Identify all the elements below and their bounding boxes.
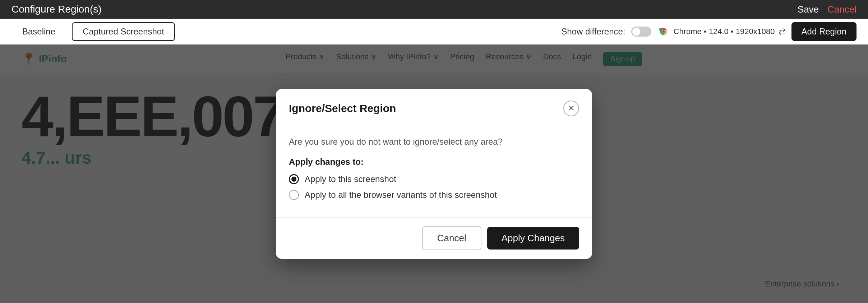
cancel-button[interactable]: Cancel [827, 4, 857, 15]
top-bar: Configure Region(s) Save Cancel [0, 0, 868, 19]
top-bar-actions: Save Cancel [798, 4, 857, 15]
radio-option-all-variants[interactable]: Apply to all the browser variants of thi… [289, 190, 579, 200]
radio-this-screenshot[interactable] [289, 174, 299, 184]
ignore-select-region-modal: Ignore/Select Region ✕ Are you sure you … [276, 89, 592, 259]
page-title: Configure Region(s) [11, 4, 102, 15]
modal-header: Ignore/Select Region ✕ [276, 89, 592, 125]
modal-close-button[interactable]: ✕ [563, 101, 579, 116]
content-area: 📍 IPinfo Products ∨ Solutions ∨ Why IPin… [0, 45, 868, 303]
tab-bar: Baseline Captured Screenshot Show differ… [0, 19, 868, 45]
save-button[interactable]: Save [798, 4, 819, 15]
browser-name: Chrome • 124.0 • 1920x1080 [674, 27, 775, 36]
modal-wrapper: Ignore/Select Region ✕ Are you sure you … [0, 45, 868, 303]
show-diff-label: Show difference: [561, 27, 625, 37]
captured-screenshot-tab[interactable]: Captured Screenshot [72, 22, 175, 41]
modal-cancel-button[interactable]: Cancel [422, 226, 481, 250]
radio-label-all-variants: Apply to all the browser variants of thi… [305, 190, 497, 200]
swap-icon[interactable]: ⇄ [779, 27, 786, 37]
chrome-icon [657, 25, 670, 38]
svg-point-2 [662, 31, 665, 33]
show-difference-toggle[interactable] [631, 27, 651, 37]
browser-info: Chrome • 124.0 • 1920x1080 ⇄ [657, 25, 786, 38]
show-difference-area: Show difference: [561, 27, 651, 37]
modal-body: Are you sure you do not want to ignore/s… [276, 125, 592, 217]
radio-label-this-screenshot: Apply to this screenshot [305, 174, 396, 184]
radio-option-this-screenshot[interactable]: Apply to this screenshot [289, 174, 579, 184]
baseline-tab[interactable]: Baseline [11, 22, 66, 41]
radio-all-variants[interactable] [289, 190, 299, 200]
modal-question: Are you sure you do not want to ignore/s… [289, 137, 579, 147]
modal-apply-button[interactable]: Apply Changes [487, 227, 579, 250]
modal-section-label: Apply changes to: [289, 157, 579, 167]
modal-title: Ignore/Select Region [289, 102, 396, 115]
add-region-button[interactable]: Add Region [791, 22, 857, 41]
modal-footer: Cancel Apply Changes [276, 217, 592, 259]
